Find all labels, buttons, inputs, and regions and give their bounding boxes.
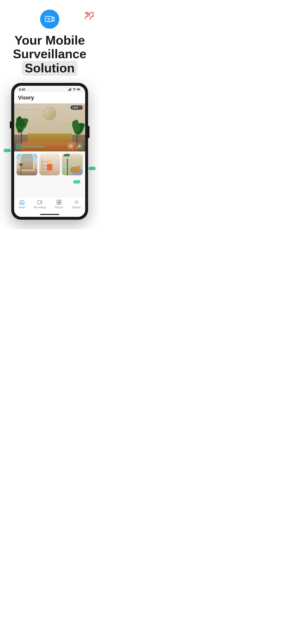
quote-icon: " bbox=[85, 12, 95, 21]
motion-icon bbox=[17, 144, 22, 149]
thumb-card-2[interactable] bbox=[39, 154, 60, 176]
nav-item-settings[interactable]: Settings bbox=[72, 199, 81, 209]
camera-icon bbox=[44, 14, 55, 25]
svg-rect-15 bbox=[57, 200, 59, 202]
nav-item-devices[interactable]: Devices bbox=[55, 199, 63, 209]
phone-mockup: 9:30 bbox=[11, 83, 88, 220]
power-button bbox=[87, 126, 89, 138]
home-icon bbox=[19, 199, 25, 205]
nav-label-devices: Devices bbox=[55, 206, 63, 209]
svg-rect-0 bbox=[45, 16, 52, 22]
green-pill-right bbox=[89, 167, 96, 170]
camera-controls bbox=[67, 143, 83, 150]
camera-feed[interactable]: Living Room LIVE bbox=[14, 104, 85, 152]
app-title: Visory bbox=[18, 95, 34, 100]
live-badge: LIVE bbox=[71, 106, 83, 110]
home-indicator-area bbox=[14, 212, 85, 217]
status-bar: 9:30 bbox=[14, 86, 85, 92]
nav-label-recordings: Recordings bbox=[34, 206, 46, 209]
live-dot bbox=[79, 106, 81, 108]
svg-rect-16 bbox=[57, 203, 59, 204]
svg-rect-10 bbox=[77, 89, 79, 90]
recordings-icon bbox=[37, 199, 43, 205]
green-pill-left bbox=[4, 149, 11, 152]
svg-rect-4 bbox=[69, 89, 70, 91]
thumb-card-1[interactable] bbox=[17, 154, 37, 176]
devices-icon bbox=[56, 199, 62, 205]
svg-point-1 bbox=[48, 18, 50, 20]
svg-text:": " bbox=[85, 12, 90, 20]
thumbnail-row bbox=[14, 152, 85, 178]
building-plant bbox=[19, 162, 23, 174]
bottom-space bbox=[14, 178, 85, 197]
record-button[interactable] bbox=[67, 143, 74, 150]
home-bar bbox=[40, 214, 59, 215]
room-mirror bbox=[43, 107, 56, 120]
page-wrapper: " Your Mobile Surveillance Solution 9:30 bbox=[0, 0, 99, 229]
settings-icon bbox=[73, 199, 80, 205]
svg-rect-6 bbox=[71, 88, 71, 91]
camera-room-label: Living Room bbox=[17, 106, 36, 110]
status-icons bbox=[68, 88, 80, 91]
svg-rect-3 bbox=[68, 90, 69, 91]
status-time: 9:30 bbox=[19, 88, 25, 91]
phone-container: 9:30 bbox=[0, 78, 99, 220]
nav-item-recordings[interactable]: Recordings bbox=[34, 199, 46, 209]
signal-icon bbox=[68, 88, 72, 91]
svg-point-7 bbox=[74, 90, 75, 91]
svg-point-11 bbox=[19, 145, 20, 146]
svg-rect-14 bbox=[38, 200, 41, 204]
battery-icon bbox=[77, 88, 80, 91]
green-pill-inner bbox=[73, 180, 80, 184]
motion-text: Motion detection bbox=[23, 145, 44, 148]
plant-left bbox=[16, 118, 28, 144]
play-icon bbox=[69, 144, 72, 148]
room-cabinet bbox=[27, 134, 72, 143]
bottom-nav: Home Recordings bbox=[14, 197, 85, 212]
gear-icon bbox=[78, 144, 81, 148]
svg-rect-5 bbox=[70, 88, 70, 91]
wifi-icon bbox=[73, 88, 76, 91]
motion-detection: Motion detection bbox=[17, 144, 44, 149]
quote-decoration: " bbox=[85, 12, 95, 20]
thumb-card-3[interactable] bbox=[62, 154, 83, 176]
headline: Your Mobile Surveillance Solution bbox=[0, 29, 99, 78]
svg-point-19 bbox=[76, 202, 77, 203]
nav-item-home[interactable]: Home bbox=[19, 199, 25, 209]
nav-label-home: Home bbox=[19, 206, 25, 209]
svg-rect-9 bbox=[80, 89, 80, 90]
app-header: Visory bbox=[14, 92, 85, 104]
svg-rect-17 bbox=[60, 200, 61, 202]
header-area: " bbox=[0, 0, 99, 29]
person-motion-icon bbox=[18, 145, 21, 148]
phone-inner: 9:30 bbox=[14, 86, 85, 217]
settings-button[interactable] bbox=[76, 143, 83, 150]
child-figure bbox=[47, 159, 52, 170]
main-headline: Your Mobile Surveillance Solution bbox=[7, 34, 92, 76]
nav-label-settings: Settings bbox=[72, 206, 81, 209]
svg-rect-12 bbox=[69, 145, 72, 147]
dog-figure bbox=[69, 166, 81, 174]
volume-button bbox=[10, 121, 12, 128]
svg-rect-18 bbox=[60, 203, 61, 204]
app-logo[interactable] bbox=[40, 10, 59, 29]
svg-point-13 bbox=[79, 146, 80, 146]
